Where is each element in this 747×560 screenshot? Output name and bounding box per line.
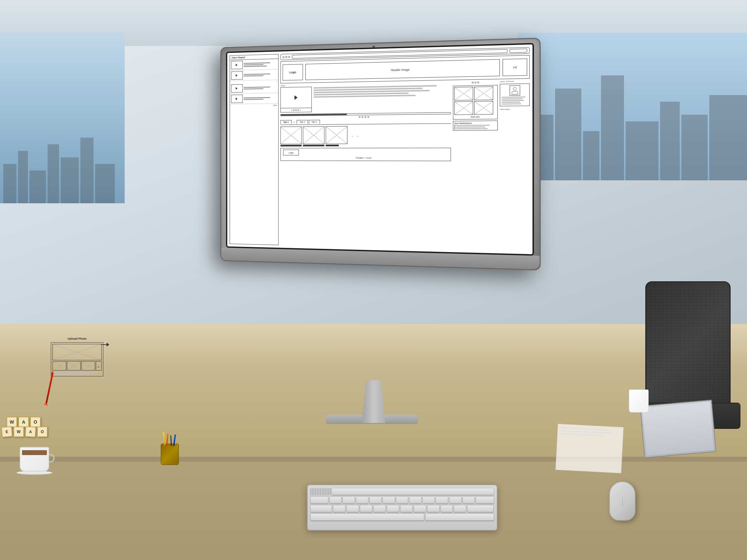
upload-arrow-head <box>107 343 109 347</box>
key[interactable] <box>317 488 317 495</box>
video-lines-2 <box>243 74 277 77</box>
more-label: More <box>97 366 100 368</box>
key[interactable] <box>454 505 466 512</box>
key-row-4 <box>310 513 494 521</box>
more-button[interactable]: + More <box>96 361 102 371</box>
key[interactable] <box>383 497 395 504</box>
key[interactable] <box>441 505 453 512</box>
video-lines-4 <box>243 97 277 100</box>
key[interactable] <box>387 505 399 512</box>
line <box>243 86 270 88</box>
video-item-1 <box>230 59 278 71</box>
key[interactable] <box>467 505 494 512</box>
key[interactable] <box>360 505 372 512</box>
key[interactable] <box>320 488 321 495</box>
tab-3[interactable]: Tab 3 <box>309 120 320 124</box>
center-panel: Edit Info User Notifications <box>453 81 497 251</box>
gallery-item-2 <box>303 126 324 146</box>
tab-plus[interactable]: + <box>292 121 295 124</box>
monitor-bezel: Video Playlist <box>226 43 534 256</box>
key[interactable] <box>333 505 345 512</box>
browser-dot-1 <box>282 56 284 58</box>
key[interactable] <box>310 505 332 512</box>
avatar-body <box>511 91 518 95</box>
logo-box: Logo <box>282 64 303 80</box>
tile-W: W <box>6 417 17 427</box>
control-dot <box>293 109 294 111</box>
video-play-btn[interactable] <box>294 96 298 100</box>
video-player: ◁ ▷ <box>280 86 311 112</box>
notebook <box>640 400 716 458</box>
line <box>243 74 270 75</box>
upload-photo-section: Upload Photo + More <box>51 337 103 376</box>
key[interactable] <box>329 497 342 504</box>
center-dot-1 <box>471 82 473 83</box>
profile-lines <box>501 97 527 105</box>
key[interactable] <box>425 513 494 521</box>
dot-sm-3 <box>364 116 366 118</box>
notif-line-1 <box>456 125 489 126</box>
key[interactable] <box>310 513 424 521</box>
search-button[interactable] <box>510 49 527 53</box>
line <box>243 65 267 67</box>
key[interactable] <box>400 505 413 512</box>
key[interactable] <box>322 488 323 495</box>
key[interactable] <box>318 488 319 495</box>
gallery-images <box>280 126 347 146</box>
key[interactable] <box>310 488 311 495</box>
footer-text: Footer + Icon <box>283 156 448 159</box>
key[interactable] <box>369 497 382 504</box>
browser-dot-3 <box>288 56 290 58</box>
line <box>243 88 263 89</box>
key[interactable] <box>327 488 328 495</box>
key[interactable] <box>374 505 386 512</box>
main-content-area: Logo Header Image Ad <box>280 47 530 251</box>
key[interactable] <box>449 497 462 504</box>
browser-dots <box>282 56 290 58</box>
key[interactable] <box>346 505 359 512</box>
key[interactable] <box>342 497 355 504</box>
key[interactable] <box>356 497 368 504</box>
key[interactable] <box>396 497 408 504</box>
header-image-box: Header Image <box>305 59 500 80</box>
key[interactable] <box>427 505 440 512</box>
video-thumb-1 <box>231 61 242 69</box>
key[interactable] <box>463 497 475 504</box>
arrow-right-btn[interactable]: → <box>355 134 359 138</box>
tab-2[interactable]: Tab 2 <box>297 120 308 124</box>
key[interactable] <box>328 488 329 495</box>
play-icon-3 <box>236 87 238 90</box>
key[interactable] <box>476 497 494 504</box>
key[interactable] <box>312 488 313 495</box>
upload-thumb-row: + More <box>52 361 102 371</box>
key[interactable] <box>409 497 421 504</box>
key[interactable] <box>325 488 326 495</box>
key[interactable] <box>414 505 426 512</box>
key[interactable] <box>314 488 314 495</box>
upload-photo-title: Upload Photo <box>51 337 103 340</box>
notif-item-3 <box>454 128 496 129</box>
arrow-left-btn[interactable]: ← <box>351 134 354 138</box>
paper-line <box>560 433 602 436</box>
key[interactable] <box>422 497 435 504</box>
coffee-liquid <box>22 450 47 455</box>
notif-item-1 <box>454 125 496 126</box>
tile-O: O <box>30 417 41 427</box>
bullet-2 <box>454 127 455 128</box>
video-lines-3 <box>243 86 277 89</box>
key[interactable] <box>310 497 328 504</box>
key[interactable] <box>330 488 331 495</box>
gallery-bar-2 <box>303 144 324 146</box>
tab-1[interactable]: Tab 1 <box>280 120 291 124</box>
video-lines-1 <box>243 62 277 67</box>
paper-content <box>558 424 623 440</box>
video-thumb-2 <box>231 71 242 80</box>
key[interactable] <box>315 488 316 495</box>
key[interactable] <box>324 488 324 495</box>
mouse[interactable] <box>609 481 636 521</box>
keyboard[interactable] <box>307 485 497 531</box>
scrabble-blocks: W A O E W A O <box>0 407 88 437</box>
key[interactable] <box>332 488 494 495</box>
key[interactable] <box>436 497 448 504</box>
tabs-section: Tab 1 + Tab 2 Tab 3 <box>280 119 451 125</box>
